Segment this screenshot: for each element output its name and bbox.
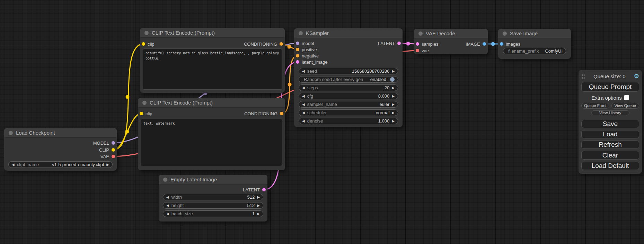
clip-port-icon[interactable] [142, 42, 145, 46]
node-title: Load Checkpoint [16, 130, 55, 136]
conditioning-port-icon[interactable] [280, 42, 283, 46]
comfyui-canvas[interactable]: { "icons": { "left_arrow": "◀", "right_a… [0, 0, 644, 244]
clear-button[interactable]: Clear [581, 151, 639, 159]
decrement-arrow-icon[interactable]: ◀ [302, 70, 305, 73]
filename-prefix-widget[interactable]: filename_prefix ComfyUI [503, 48, 566, 54]
link-dot [406, 42, 410, 46]
node-titlebar[interactable]: Load Checkpoint [4, 128, 117, 138]
increment-arrow-icon[interactable]: ▶ [392, 103, 395, 106]
decrement-arrow-icon[interactable]: ◀ [302, 119, 305, 123]
width-widget[interactable]: ◀ width 512 ▶ [163, 194, 263, 200]
queue-front-button[interactable]: Queue Front [581, 103, 609, 109]
increment-arrow-icon[interactable]: ▶ [392, 119, 395, 123]
view-history-button[interactable]: View History [591, 110, 629, 115]
view-queue-button[interactable]: View Queue [611, 103, 639, 109]
output-slot-latent: LATENT [243, 187, 267, 193]
collapse-dot-icon[interactable] [299, 31, 303, 35]
image-port-icon[interactable] [500, 42, 503, 46]
steps-widget[interactable]: ◀ steps 20 ▶ [299, 84, 398, 91]
sampler-name-widget[interactable]: ◀ sampler_name euler ▶ [299, 101, 398, 108]
widget-value: 1.000 [378, 118, 390, 124]
vae-port-icon[interactable] [416, 49, 419, 52]
node-title: CLIP Text Encode (Prompt) [150, 100, 213, 106]
seed-widget[interactable]: ◀ seed 156680208700286 ▶ [299, 68, 398, 74]
extra-options-checkbox[interactable] [624, 95, 629, 100]
node-clip-text-encode-negative[interactable]: CLIP Text Encode (Prompt) clip CONDITION… [138, 98, 285, 170]
node-empty-latent-image[interactable]: Empty Latent Image LATENT ◀ width 512 ▶ … [159, 175, 267, 222]
image-port-icon[interactable] [483, 42, 486, 46]
node-titlebar[interactable]: Empty Latent Image [159, 175, 267, 184]
clip-port-icon[interactable] [140, 112, 143, 115]
node-titlebar[interactable]: CLIP Text Encode (Prompt) [140, 28, 285, 38]
increment-arrow-icon[interactable]: ▶ [392, 86, 395, 90]
slot-label: VAE [100, 154, 109, 159]
increment-arrow-icon[interactable]: ▶ [392, 111, 395, 115]
output-slot-conditioning: CONDITIONING [244, 41, 285, 47]
increment-arrow-icon[interactable]: ▶ [106, 163, 109, 166]
random-seed-widget[interactable]: Random seed after every gen enabled [299, 76, 398, 83]
height-widget[interactable]: ◀ height 512 ▶ [163, 202, 263, 209]
decrement-arrow-icon[interactable]: ◀ [302, 103, 305, 106]
increment-arrow-icon[interactable]: ▶ [392, 70, 395, 73]
load-button[interactable]: Load [581, 130, 639, 138]
latent-port-icon[interactable] [296, 60, 299, 64]
node-titlebar[interactable]: CLIP Text Encode (Prompt) [138, 98, 285, 108]
toggle-icon[interactable] [390, 77, 395, 82]
model-port-icon[interactable] [112, 141, 115, 145]
latent-port-icon[interactable] [397, 42, 401, 45]
prompt-textarea[interactable]: text, watermark [141, 119, 282, 166]
decrement-arrow-icon[interactable]: ◀ [302, 86, 305, 90]
collapse-dot-icon[interactable] [9, 131, 13, 135]
node-vae-decode[interactable]: VAE Decode samples vae IMAGE [414, 29, 488, 54]
load-default-button[interactable]: Load Default [581, 162, 639, 170]
collapse-dot-icon[interactable] [503, 31, 507, 36]
widget-value: 512 [247, 203, 255, 208]
decrement-arrow-icon[interactable]: ◀ [12, 163, 15, 166]
increment-arrow-icon[interactable]: ▶ [257, 204, 260, 207]
node-load-checkpoint[interactable]: Load Checkpoint MODEL CLIP VAE ◀ ckpt_na… [4, 128, 117, 171]
conditioning-port-icon[interactable] [296, 48, 299, 51]
gear-icon[interactable]: ⚙ [634, 73, 639, 79]
model-port-icon[interactable] [296, 42, 299, 45]
clip-port-icon[interactable] [112, 148, 115, 152]
vae-port-icon[interactable] [112, 155, 115, 158]
increment-arrow-icon[interactable]: ▶ [257, 196, 260, 199]
decrement-arrow-icon[interactable]: ◀ [302, 111, 305, 115]
refresh-button[interactable]: Refresh [581, 141, 639, 149]
prompt-textarea[interactable]: beautiful scenery nature glass bottle la… [143, 48, 282, 90]
scheduler-widget[interactable]: ◀ scheduler normal ▶ [299, 109, 398, 116]
widget-value: v1-5-pruned-emaonly.ckpt [52, 162, 104, 167]
conditioning-port-icon[interactable] [296, 54, 299, 57]
increment-arrow-icon[interactable]: ▶ [392, 94, 395, 98]
decrement-arrow-icon[interactable]: ◀ [166, 212, 169, 216]
conditioning-port-icon[interactable] [280, 112, 283, 115]
denoise-widget[interactable]: ◀ denoise 1.000 ▶ [299, 118, 398, 124]
queue-prompt-button[interactable]: Queue Prompt [581, 82, 639, 92]
collapse-dot-icon[interactable] [418, 31, 423, 36]
collapse-dot-icon[interactable] [144, 31, 149, 35]
node-titlebar[interactable]: Save Image [498, 29, 571, 38]
input-slot-clip: clip [138, 110, 152, 117]
slot-label: CONDITIONING [244, 42, 277, 47]
collapse-dot-icon[interactable] [163, 178, 167, 182]
node-titlebar[interactable]: VAE Decode [414, 29, 488, 38]
save-button[interactable]: Save [581, 120, 639, 128]
node-clip-text-encode-positive[interactable]: CLIP Text Encode (Prompt) clip CONDITION… [140, 28, 285, 93]
node-save-image[interactable]: Save Image images filename_prefix ComfyU… [498, 29, 571, 59]
node-titlebar[interactable]: KSampler [294, 28, 403, 38]
batch-size-widget[interactable]: ◀ batch_size 1 ▶ [163, 210, 263, 217]
widget-value: euler [379, 102, 389, 107]
decrement-arrow-icon[interactable]: ◀ [302, 94, 305, 98]
ckpt-name-widget[interactable]: ◀ ckpt_name v1-5-pruned-emaonly.ckpt ▶ [8, 161, 113, 168]
decrement-arrow-icon[interactable]: ◀ [166, 204, 169, 207]
decrement-arrow-icon[interactable]: ◀ [166, 196, 169, 199]
drag-handle-icon[interactable] [581, 73, 585, 79]
increment-arrow-icon[interactable]: ▶ [257, 212, 260, 216]
latent-port-icon[interactable] [416, 42, 419, 46]
slot-label: IMAGE [466, 42, 480, 47]
node-ksampler[interactable]: KSampler model positive negative latent_… [294, 28, 403, 127]
widget-label: width [171, 195, 182, 200]
latent-port-icon[interactable] [262, 188, 266, 191]
collapse-dot-icon[interactable] [142, 101, 147, 105]
cfg-widget[interactable]: ◀ cfg 8.000 ▶ [299, 93, 398, 99]
